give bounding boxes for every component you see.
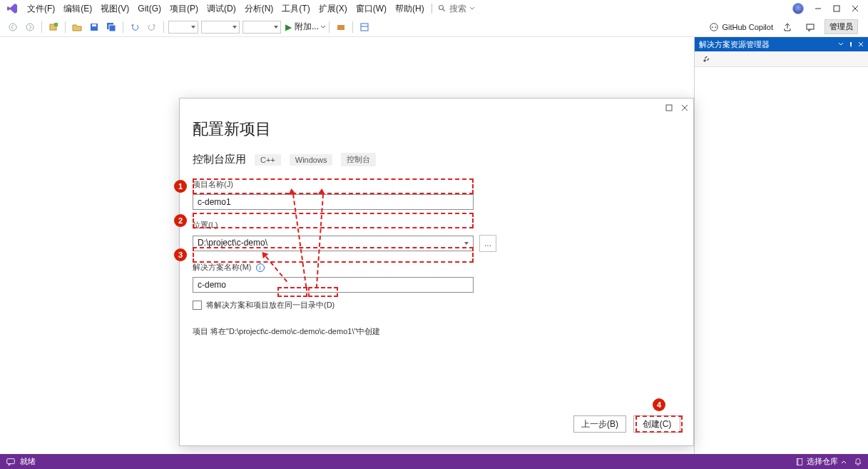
checkbox-icon[interactable] bbox=[193, 301, 202, 310]
maximize-button[interactable] bbox=[832, 4, 841, 13]
menu-file[interactable]: 文件(F) bbox=[23, 1, 59, 16]
menu-git[interactable]: Git(G) bbox=[133, 2, 165, 15]
svg-rect-15 bbox=[361, 24, 368, 31]
project-name-input[interactable] bbox=[193, 194, 474, 210]
solution-explorer-toolbar bbox=[695, 51, 868, 67]
layout-icon[interactable] bbox=[358, 21, 371, 34]
location-value: D:\project\c-demo\ bbox=[198, 238, 267, 248]
config-combo[interactable] bbox=[168, 21, 198, 34]
vs-logo-icon bbox=[6, 2, 19, 15]
menu-view[interactable]: 视图(V) bbox=[96, 1, 133, 16]
menu-project[interactable]: 项目(P) bbox=[165, 1, 203, 16]
menu-window[interactable]: 窗口(W) bbox=[352, 1, 391, 16]
repo-selector-label: 选择仓库 bbox=[807, 456, 838, 467]
user-avatar[interactable] bbox=[792, 3, 804, 14]
target-combo[interactable] bbox=[242, 21, 281, 34]
menu-edit[interactable]: 编辑(E) bbox=[59, 1, 96, 16]
save-all-icon[interactable] bbox=[105, 21, 118, 34]
location-field: 位置(L) D:\project\c-demo\ ... bbox=[193, 220, 680, 252]
menu-analyze[interactable]: 分析(N) bbox=[240, 1, 278, 16]
dialog-close-button[interactable] bbox=[680, 104, 689, 112]
repo-selector[interactable]: 选择仓库 bbox=[795, 456, 847, 467]
save-icon[interactable] bbox=[88, 21, 101, 34]
create-button[interactable]: 创建(C) bbox=[633, 415, 680, 433]
undo-icon[interactable] bbox=[128, 21, 141, 34]
svg-point-18 bbox=[712, 26, 713, 28]
nav-fwd-icon[interactable] bbox=[24, 21, 36, 34]
attach-button[interactable]: ▶ 附加... bbox=[285, 21, 326, 33]
same-directory-checkbox-row[interactable]: 将解决方案和项目放在同一目录中(D) bbox=[193, 300, 680, 311]
tag-console: 控制台 bbox=[341, 153, 376, 166]
svg-point-6 bbox=[9, 24, 16, 31]
path-preview-seg1: c-demo\ bbox=[293, 327, 322, 336]
svg-rect-25 bbox=[666, 105, 672, 111]
workspace: 解决方案资源管理器 配置新项目 控制台应用 C++ Windows 控制台 bbox=[0, 37, 868, 454]
solution-name-label-text: 解决方案名称(M) bbox=[193, 262, 252, 273]
new-project-dialog: 配置新项目 控制台应用 C++ Windows 控制台 项目名称(J) 位置(L… bbox=[179, 98, 694, 446]
path-preview-seg2: c-demo1\ bbox=[322, 327, 354, 336]
attach-label: 附加... bbox=[295, 21, 319, 33]
toolbar-separator bbox=[329, 21, 330, 33]
play-icon: ▶ bbox=[285, 22, 292, 32]
solution-name-field: 解决方案名称(M) i 将解决方案和项目放在同一目录中(D) 项目 将在"D:\… bbox=[193, 262, 680, 337]
chevron-up-icon bbox=[841, 459, 847, 465]
dialog-titlebar bbox=[180, 99, 693, 117]
close-button[interactable] bbox=[851, 4, 859, 13]
menu-tools[interactable]: 工具(T) bbox=[277, 1, 314, 16]
repo-icon bbox=[795, 458, 804, 466]
path-preview-prefix: 项目 将在"D:\project\c-demo\ bbox=[193, 327, 293, 336]
copilot-button[interactable]: GitHub Copilot bbox=[709, 22, 773, 32]
search-icon bbox=[438, 4, 446, 13]
bell-icon[interactable] bbox=[854, 458, 862, 466]
dropdown-icon[interactable] bbox=[838, 41, 844, 47]
admin-badge[interactable]: 管理员 bbox=[824, 19, 858, 34]
toolbar-separator bbox=[123, 21, 123, 33]
info-icon[interactable]: i bbox=[256, 263, 265, 272]
location-label: 位置(L) bbox=[193, 220, 680, 231]
dialog-footer: 上一步(B) 创建(C) bbox=[193, 415, 680, 433]
solution-explorer-title: 解决方案资源管理器 bbox=[699, 39, 770, 50]
location-input[interactable]: D:\project\c-demo\ bbox=[193, 236, 474, 251]
search-box[interactable]: 搜索 bbox=[438, 3, 478, 15]
project-name-field: 项目名称(J) bbox=[193, 179, 680, 210]
svg-point-0 bbox=[439, 6, 443, 10]
menu-separator bbox=[432, 4, 432, 14]
copilot-label: GitHub Copilot bbox=[722, 23, 773, 31]
menu-bar: 文件(F) 编辑(E) 视图(V) Git(G) 项目(P) 调试(D) 分析(… bbox=[0, 0, 868, 17]
solution-name-input[interactable] bbox=[193, 277, 474, 293]
share-icon[interactable] bbox=[781, 21, 794, 34]
tag-windows: Windows bbox=[290, 154, 333, 166]
new-project-icon[interactable] bbox=[47, 21, 60, 34]
dialog-maximize-button[interactable] bbox=[665, 104, 673, 112]
pin-icon[interactable] bbox=[848, 41, 854, 47]
solution-name-label: 解决方案名称(M) i bbox=[193, 262, 680, 273]
svg-line-1 bbox=[442, 9, 444, 11]
search-placeholder: 搜索 bbox=[449, 3, 466, 15]
main-toolbar: ▶ 附加... GitHub Copilot 管理员 bbox=[0, 17, 868, 37]
back-button[interactable]: 上一步(B) bbox=[573, 415, 626, 433]
toolbox-icon[interactable] bbox=[335, 21, 347, 34]
redo-icon[interactable] bbox=[145, 21, 158, 34]
wrench-icon[interactable] bbox=[700, 53, 713, 66]
toolbar-separator bbox=[163, 21, 164, 33]
minimize-button[interactable] bbox=[814, 4, 822, 13]
menu-extensions[interactable]: 扩展(X) bbox=[315, 1, 352, 16]
chat-icon[interactable] bbox=[6, 457, 16, 467]
menu-debug[interactable]: 调试(D) bbox=[203, 1, 240, 16]
open-file-icon[interactable] bbox=[71, 21, 83, 34]
menu-help[interactable]: 帮助(H) bbox=[391, 1, 429, 16]
close-icon[interactable] bbox=[858, 41, 864, 47]
toolbar-separator bbox=[352, 21, 353, 33]
feedback-icon[interactable] bbox=[804, 21, 817, 34]
path-preview: 项目 将在"D:\project\c-demo\c-demo\c-demo1\"… bbox=[193, 326, 680, 337]
browse-button[interactable]: ... bbox=[479, 235, 496, 252]
tag-cpp: C++ bbox=[255, 154, 281, 166]
nav-back-icon[interactable] bbox=[6, 21, 19, 34]
title-controls bbox=[792, 3, 865, 14]
solution-explorer-body bbox=[695, 67, 868, 454]
platform-combo[interactable] bbox=[201, 21, 240, 34]
solution-explorer-header[interactable]: 解决方案资源管理器 bbox=[695, 37, 868, 51]
project-name-label: 项目名称(J) bbox=[193, 179, 680, 190]
solution-explorer-panel: 解决方案资源管理器 bbox=[694, 37, 868, 454]
same-directory-label: 将解决方案和项目放在同一目录中(D) bbox=[206, 300, 335, 311]
